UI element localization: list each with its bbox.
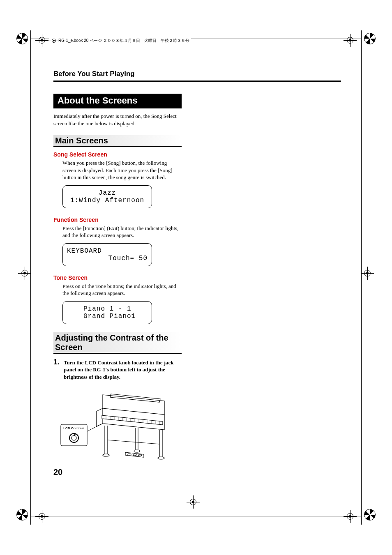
lcd-line: Touch= 50 bbox=[67, 255, 148, 262]
subsection-main-screens: Main Screens bbox=[53, 135, 182, 147]
section-heading-about-screens: About the Screens bbox=[53, 94, 182, 108]
svg-point-26 bbox=[134, 450, 140, 452]
heading-function-screen: Function Screen bbox=[53, 216, 341, 223]
body-song-select: When you press the [Song] button, the fo… bbox=[62, 159, 182, 181]
page-content: Before You Start Playing About the Scree… bbox=[53, 70, 341, 462]
chapter-title: Before You Start Playing bbox=[53, 70, 341, 78]
intro-paragraph: Immediately after the power is turned on… bbox=[53, 113, 182, 127]
header-note-text: RG-1_e.book 20 ページ ２００８年４月８日 火曜日 午後２時３６分 bbox=[58, 38, 189, 44]
body-function-screen: Press the [Function] (Exit) button; the … bbox=[62, 225, 182, 239]
svg-point-22 bbox=[133, 454, 136, 456]
svg-point-23 bbox=[138, 454, 142, 456]
svg-line-20 bbox=[108, 440, 159, 444]
registration-mark-bottom-left bbox=[16, 509, 46, 522]
svg-point-25 bbox=[158, 457, 164, 459]
crop-line-right bbox=[361, 30, 362, 525]
heading-tone-screen: Tone Screen bbox=[53, 274, 341, 281]
step-1: 1. Turn the LCD Contrast knob located in… bbox=[53, 358, 182, 381]
heading-song-select: Song Select Screen bbox=[53, 151, 341, 158]
subsection-contrast: Adjusting the Contrast of the Screen bbox=[53, 332, 182, 354]
lcd-line: Grand Piano1 bbox=[67, 313, 148, 320]
step-number: 1. bbox=[53, 358, 60, 381]
body-tone-screen: Press on of the Tone buttons; the indica… bbox=[62, 283, 182, 297]
lcd-line: 1:Windy Afternoon bbox=[67, 197, 148, 204]
crop-line-bottom bbox=[30, 516, 362, 516]
svg-point-24 bbox=[103, 454, 109, 456]
registration-mark-top-left bbox=[16, 33, 46, 46]
registration-mark-top-right bbox=[346, 33, 376, 46]
step-text: Turn the LCD Contrast knob located in th… bbox=[64, 358, 182, 381]
registration-mark-bottom-center bbox=[189, 498, 197, 508]
chapter-rule bbox=[53, 81, 341, 82]
lcd-tone: Piano 1 - 1 Grand Piano1 bbox=[62, 301, 152, 324]
lcd-line: Jazz bbox=[67, 189, 148, 197]
lcd-line: KEYBOARD bbox=[67, 247, 148, 255]
callout-label: LCD Contrast bbox=[63, 426, 85, 430]
lcd-song-select: Jazz 1:Windy Afternoon bbox=[62, 185, 152, 208]
page-number: 20 bbox=[53, 467, 62, 477]
registration-mark-bottom-right bbox=[346, 509, 376, 522]
crop-line-left bbox=[30, 30, 31, 525]
lcd-function: KEYBOARD Touch= 50 bbox=[62, 243, 152, 266]
figure-lcd-contrast: LCD Contrast bbox=[58, 387, 181, 462]
svg-point-21 bbox=[128, 454, 131, 455]
registration-mark-mid-right bbox=[363, 269, 371, 279]
lcd-line: Piano 1 - 1 bbox=[67, 305, 148, 313]
svg-line-27 bbox=[86, 424, 101, 432]
registration-mark-mid-left bbox=[21, 269, 29, 279]
print-header-note: RG-1_e.book 20 ページ ２００８年４月８日 火曜日 午後２時３６分 bbox=[49, 38, 191, 44]
